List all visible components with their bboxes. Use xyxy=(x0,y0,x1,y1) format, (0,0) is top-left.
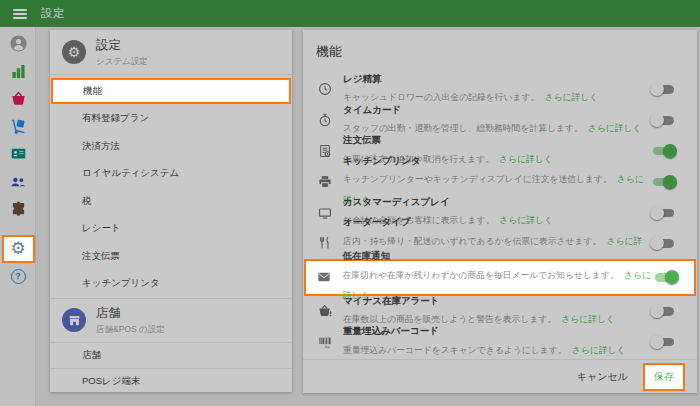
rail-item-settings[interactable]: ⚙ xyxy=(2,235,35,263)
features-footer: キャンセル 保存 xyxy=(303,359,697,393)
section-subtitle: システム設定 xyxy=(96,56,148,68)
nav-rail: ⚙? xyxy=(0,27,36,406)
feature-toggle[interactable] xyxy=(650,144,677,158)
svg-text:kg: kg xyxy=(325,344,330,349)
save-button[interactable]: 保存 xyxy=(643,363,685,391)
store-section-subtitle: 店舗&POS の設定 xyxy=(96,324,165,336)
learn-more-link[interactable]: さらに詳しく xyxy=(561,314,615,324)
feature-title: カスタマーディスプレイ xyxy=(343,196,650,208)
features-panel: 機能 レジ精算キャッシュドロワーの入出金の記録を行います。さらに詳しくタイムカー… xyxy=(303,30,697,393)
rail-item-employees[interactable] xyxy=(0,146,36,165)
feature-toggle[interactable] xyxy=(652,270,679,284)
menu-item[interactable]: 有料登録プラン xyxy=(50,105,292,133)
hamburger-menu-icon[interactable] xyxy=(13,9,27,19)
utensils-icon xyxy=(316,236,333,250)
feature-description: キッチンプリンターやキッチンディスプレイに注文を送信します。 xyxy=(343,174,612,184)
rail-item-integrations[interactable] xyxy=(0,201,36,220)
feature-description: 在庫数以上の商品を販売しようと警告を表示します。 xyxy=(343,314,556,324)
menu-item-label: 税 xyxy=(82,195,92,208)
feature-toggle[interactable] xyxy=(650,113,677,127)
ticket-clock-icon xyxy=(316,144,333,158)
hand-truck-icon xyxy=(11,119,26,138)
feature-description: 在庫切れや在庫が残りわずかの商品を毎日メールでお知らせします。 xyxy=(343,270,619,280)
rail-item-customers[interactable] xyxy=(0,174,36,193)
store-icon xyxy=(62,308,86,332)
puzzle-icon xyxy=(11,201,26,220)
menu-item-label: ロイヤルティシステム xyxy=(82,167,179,180)
id-badge-icon xyxy=(11,146,26,165)
menu-item-label: 決済方法 xyxy=(82,140,120,153)
rail-item-account[interactable] xyxy=(0,36,36,55)
gear-icon: ⚙ xyxy=(10,240,25,258)
feature-description: 重量埋込みバーコードをスキャンできるようにします。 xyxy=(343,345,567,355)
topbar: 設定 xyxy=(0,0,700,27)
learn-more-link[interactable]: さらに詳しく xyxy=(544,92,598,102)
menu-item[interactable]: ロイヤルティシステム xyxy=(50,160,292,188)
store-section-header: 店舗 店舗&POS の設定 xyxy=(50,299,292,342)
menu-item-label: POSレジ端末 xyxy=(82,375,141,388)
feature-row: レジ精算キャッシュドロワーの入出金の記録を行います。さらに詳しく xyxy=(303,74,697,105)
feature-title: オーダータイプ xyxy=(343,216,650,228)
feature-description: キャッシュドロワーの入出金の記録を行います。 xyxy=(343,92,539,102)
feature-title: キッチンプリンタ xyxy=(343,155,650,167)
feature-toggle[interactable] xyxy=(650,82,677,96)
store-menu: 店舗POSレジ端末 xyxy=(50,343,292,394)
divider xyxy=(50,74,292,75)
features-list: レジ精算キャッシュドロワーの入出金の記録を行います。さらに詳しくタイムカードスタ… xyxy=(303,74,697,357)
feature-title: 重量埋込みバーコード xyxy=(343,325,650,337)
rail-item-help[interactable]: ? xyxy=(0,267,36,286)
feature-description: 店内・持ち帰り・配送のいずれであるかを伝票に表示させます。 xyxy=(343,236,601,246)
basket-icon xyxy=(11,91,26,110)
menu-item-label: 注文伝票 xyxy=(82,250,120,263)
help-icon: ? xyxy=(11,269,26,284)
stopwatch-icon xyxy=(316,113,333,127)
rail-item-reports[interactable] xyxy=(0,64,36,83)
menu-item-label: 機能 xyxy=(83,85,102,98)
feature-description: スタッフの出勤・退勤を管理し、総勤務時間を計算します。 xyxy=(343,123,583,133)
cancel-button[interactable]: キャンセル xyxy=(577,370,628,384)
settings-nav-panel: ⚙ 設定 システム設定 機能有料登録プラン決済方法ロイヤルティシステム税レシート… xyxy=(50,30,292,392)
feature-title: レジ精算 xyxy=(343,73,650,85)
feature-toggle[interactable] xyxy=(650,175,677,189)
menu-item-label: 有料登録プラン xyxy=(82,112,149,125)
menu-item-label: 店舗 xyxy=(82,349,101,362)
feature-title: タイムカード xyxy=(343,104,650,116)
topbar-title: 設定 xyxy=(41,6,65,21)
gear-icon: ⚙ xyxy=(62,40,86,64)
feature-row: 低在庫通知在庫切れや在庫が残りわずかの商品を毎日メールでお知らせします。さらに詳… xyxy=(304,259,696,296)
learn-more-link[interactable]: さらに詳しく xyxy=(588,123,642,133)
printer-icon xyxy=(316,175,333,189)
menu-item[interactable]: 税 xyxy=(50,188,292,216)
learn-more-link[interactable]: さらに詳しく xyxy=(572,345,626,355)
rail-item-inventory[interactable] xyxy=(0,119,36,138)
menu-item[interactable]: POSレジ端末 xyxy=(50,368,292,394)
people-icon xyxy=(10,174,26,193)
features-panel-title: 機能 xyxy=(303,30,697,74)
feature-row: キッチンプリンタキッチンプリンターやキッチンディスプレイに注文を送信します。さら… xyxy=(303,166,697,197)
feature-row: タイムカードスタッフの出勤・退勤を管理し、総勤務時間を計算します。さらに詳しく xyxy=(303,105,697,136)
rail-item-items[interactable] xyxy=(0,91,36,110)
menu-item[interactable]: 注文伝票 xyxy=(50,243,292,271)
bar-chart-icon xyxy=(11,64,26,83)
store-section-title: 店舗 xyxy=(96,305,165,322)
mail-icon xyxy=(316,270,333,284)
clock-icon xyxy=(316,82,333,96)
menu-item-label: レシート xyxy=(82,222,121,235)
menu-item[interactable]: キッチンプリンタ xyxy=(50,270,292,298)
settings-menu: 機能有料登録プラン決済方法ロイヤルティシステム税レシート注文伝票キッチンプリンタ xyxy=(50,78,292,298)
feature-toggle[interactable] xyxy=(650,304,677,318)
person-icon xyxy=(10,35,27,56)
menu-item[interactable]: 店舗 xyxy=(50,343,292,369)
display-icon xyxy=(316,206,333,220)
menu-item-label: キッチンプリンタ xyxy=(82,277,160,290)
feature-title: 低在庫通知 xyxy=(343,250,652,262)
menu-item[interactable]: レシート xyxy=(50,215,292,243)
menu-item[interactable]: 決済方法 xyxy=(50,133,292,161)
basket-alert-icon xyxy=(316,304,333,318)
feature-toggle[interactable] xyxy=(650,206,677,220)
barcode-icon: kg xyxy=(316,335,333,349)
menu-item[interactable]: 機能 xyxy=(51,78,291,104)
feature-title: 注文伝票 xyxy=(343,134,650,146)
feature-toggle[interactable] xyxy=(650,236,677,250)
feature-toggle[interactable] xyxy=(650,335,677,349)
